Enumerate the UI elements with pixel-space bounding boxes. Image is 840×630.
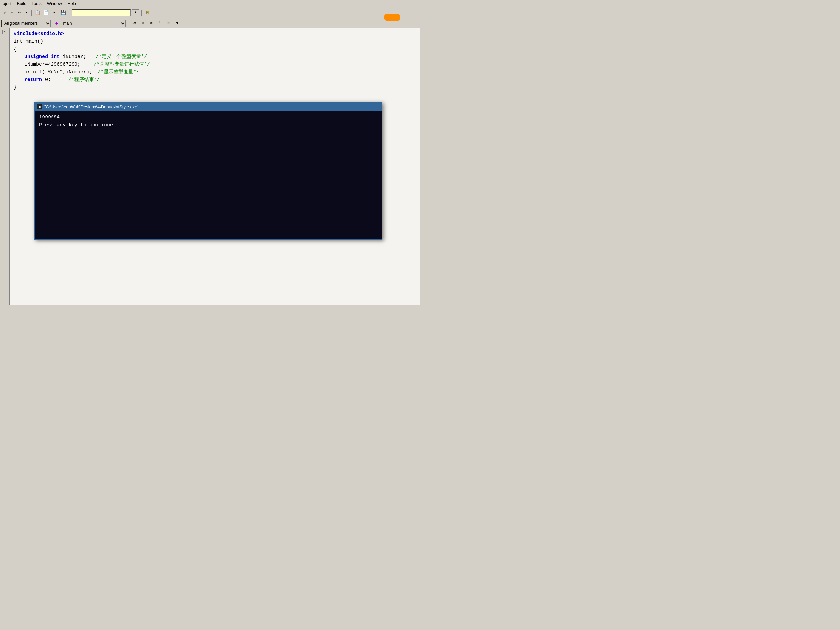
code-line-4: unsigned int iNumber; /*定义一个整型变量*/ <box>14 53 416 61</box>
console-body[interactable]: 1999994 Press any key to continue <box>35 111 382 239</box>
toolbar-separator-2 <box>69 9 69 16</box>
inumber-assign: iNumber=4296967290; <box>24 62 81 67</box>
menu-project[interactable]: oject <box>3 1 11 6</box>
unsigned-int-keyword: unsigned int <box>24 54 60 60</box>
nav-btn-4[interactable]: ! <box>156 20 163 27</box>
console-output-line-2: Press any key to continue <box>39 122 378 129</box>
function-select[interactable]: main <box>60 20 126 27</box>
include-keyword: #include<stdio.h> <box>14 31 64 37</box>
code-line-3: { <box>14 46 416 53</box>
return-keyword: return <box>24 77 42 83</box>
cut-button[interactable]: ✂ <box>51 9 58 16</box>
nav-separator-2 <box>128 20 128 27</box>
code-line-1: #include<stdio.h> <box>14 30 416 38</box>
console-output-line-1: 1999994 <box>39 114 378 122</box>
nav-btn-2[interactable]: ⌨ <box>139 20 146 27</box>
orange-indicator <box>384 14 400 21</box>
nav-btn-6[interactable]: ☚ <box>173 20 180 27</box>
code-line-7: return 0; /*程序结束*/ <box>14 76 416 84</box>
code-line-6: printf("%d\n",iNumber); /*显示整型变量*/ <box>14 68 416 76</box>
comment-1: /*定义一个整型变量*/ <box>96 54 147 60</box>
close-gutter-btn[interactable]: ✕ <box>2 30 7 34</box>
menu-window[interactable]: Window <box>47 1 62 6</box>
int-main: int main() <box>14 39 43 44</box>
scope-select[interactable]: All global members <box>1 20 51 27</box>
nav-btn-1[interactable]: 🗂 <box>131 20 138 27</box>
diamond-icon: ◆ <box>55 21 58 26</box>
redo-button[interactable]: ↪ <box>16 9 23 16</box>
debug-button[interactable]: M <box>144 9 151 16</box>
console-window: ■ "C:\Users\YeuWah\Desktop\4\Debug\IntSt… <box>35 102 382 240</box>
menu-tools[interactable]: Tools <box>32 1 41 6</box>
paste-button[interactable]: 📄 <box>42 9 49 16</box>
comment-2: /*为整型变量进行赋值*/ <box>94 62 150 67</box>
code-line-8: } <box>14 84 416 91</box>
navbar: All global members ◆ main 🗂 ⌨ ✖ ! ≡ ☚ <box>0 18 420 28</box>
menu-build[interactable]: Build <box>17 1 26 6</box>
comment-4: /*程序结束*/ <box>68 77 100 83</box>
code-line-2: int main() <box>14 38 416 45</box>
search-input[interactable] <box>71 9 131 16</box>
return-value: 0; <box>42 77 51 83</box>
line-gutter: ✕ <box>0 28 10 305</box>
console-icon: ■ <box>37 104 42 109</box>
nav-separator-1 <box>53 20 53 27</box>
undo-button[interactable]: ↩ <box>1 9 8 16</box>
toolbar-separator-1 <box>31 9 32 16</box>
code-line-5: iNumber=4296967290; /*为整型变量进行赋值*/ <box>14 61 416 68</box>
redo-dropdown[interactable]: ▼ <box>24 9 29 16</box>
nav-btn-5[interactable]: ≡ <box>165 20 172 27</box>
console-title: "C:\Users\YeuWah\Desktop\4\Debug\IntStyl… <box>44 104 139 109</box>
menubar: oject Build Tools Window Help <box>0 0 420 7</box>
search-dropdown[interactable]: ▼ <box>132 9 139 16</box>
inumber-decl: iNumber; <box>60 54 86 60</box>
printf-call: printf("%d\n",iNumber); <box>24 69 92 75</box>
copy-button[interactable]: 📋 <box>34 9 41 16</box>
toolbar-separator-3 <box>141 9 142 16</box>
close-brace: } <box>14 85 17 90</box>
save-button[interactable]: 💾 <box>59 9 66 16</box>
undo-dropdown[interactable]: ▼ <box>10 9 14 16</box>
console-titlebar: ■ "C:\Users\YeuWah\Desktop\4\Debug\IntSt… <box>35 103 382 111</box>
nav-btn-3[interactable]: ✖ <box>148 20 155 27</box>
toolbar: ↩ ▼ ↪ ▼ 📋 📄 ✂ 💾 ▼ M <box>0 7 420 18</box>
menu-help[interactable]: Help <box>67 1 76 6</box>
open-brace: { <box>14 47 17 52</box>
comment-3: /*显示整型变量*/ <box>98 69 139 75</box>
